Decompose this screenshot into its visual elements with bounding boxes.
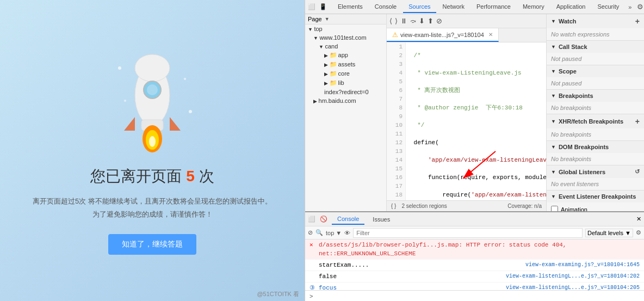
toolbar-icon-stepout[interactable]: ⬆ [428,17,434,25]
toolbar-icon-pause[interactable]: ⏸ [400,17,407,25]
folder-top-icon [308,26,314,32]
scope-label: Scope [559,68,577,75]
watch-section: ▼ Watch + No watch expressions [547,14,644,41]
folder-101test-icon [313,34,319,41]
scope-header[interactable]: ▼ Scope [547,65,644,77]
console-output-area[interactable]: ✕ d/assets/js/lib/browser-polyfi...js.ma… [305,239,644,290]
devtools-icon-inspect[interactable]: ⬜ [308,3,315,10]
tree-item-top[interactable]: top [305,24,386,33]
console-top-context[interactable]: top ▼ [326,230,342,236]
breakpoints-header[interactable]: ▼ Breakpoints [547,90,644,102]
tab-close-icon[interactable]: ✕ [488,32,493,38]
watch-header[interactable]: ▼ Watch + [547,14,644,28]
more-tabs-icon[interactable]: » [628,4,631,10]
code-lines: /* * view-exam-ListeningLeave.js * 离开次数视… [406,42,546,200]
svg-point-9 [149,136,156,147]
xhr-breakpoints-header[interactable]: ▼ XHR/fetch Breakpoints + [547,114,644,128]
tree-item-assets[interactable]: 📁assets [305,60,386,69]
folder-core-icon [324,70,330,77]
console-ban-icon[interactable]: ⊘ [308,229,313,236]
event-listener-label: Event Listener Breakpoints [559,193,636,200]
rocket-illustration [109,46,196,155]
console-line-startexam: startExam..... view-exam-examing.js?_v=1… [305,260,644,271]
console-startexam-source[interactable]: view-exam-examing.js?_v=180104:1645 [525,261,640,269]
console-close-icon[interactable]: ✕ [636,216,641,223]
xhr-add-icon[interactable]: + [635,117,640,126]
console-input-field[interactable] [315,292,640,299]
svg-point-10 [118,66,121,70]
global-listeners-section: ▼ Global Listeners ↺ No event listeners [547,165,644,191]
toolbar-icon-deactivate[interactable]: ⊘ [436,17,442,25]
watch-content: No watch expressions [547,28,644,40]
tree-item-app[interactable]: 📁app [305,51,386,60]
tree-item-lib[interactable]: 📁lib [305,78,386,88]
page-tab-arrow[interactable]: ▼ [325,16,330,22]
tab-sources[interactable]: Sources [403,1,436,13]
global-refresh-icon[interactable]: ↺ [635,168,640,175]
callstack-label: Call Stack [559,44,587,50]
console-startexam-text: startExam..... [319,261,520,269]
toolbar-icon-stepinto[interactable]: ⬇ [419,17,425,25]
toolbar-icon-prev[interactable]: ⟨ [389,17,392,25]
tree-item-core[interactable]: 📁core [305,69,386,78]
tree-item-cand[interactable]: cand [305,42,386,51]
svg-point-3 [147,84,158,95]
callstack-arrow-icon: ▼ [551,44,556,50]
editor-statusbar: { } 2 selection regions Coverage: n/a [387,200,546,211]
editor-tab-active[interactable]: ⚠ view-exam-liste...js?_v=180104 ✕ [387,28,499,42]
svg-marker-4 [124,117,135,131]
toolbar-icon-next[interactable]: ⟩ [395,17,398,25]
console-filter-icon[interactable]: 🔍 [315,229,323,236]
console-top-icon[interactable]: ⬜ [308,216,315,223]
console-filter-input[interactable] [353,228,583,238]
console-prompt-symbol: > [309,293,313,299]
event-listener-header[interactable]: ▼ Event Listener Breakpoints [547,191,644,202]
dom-breakpoints-section: ▼ DOM Breakpoints No breakpoints [547,141,644,165]
global-listeners-header[interactable]: ▼ Global Listeners ↺ [547,165,644,178]
svg-point-11 [184,78,186,80]
tab-network[interactable]: Network [437,1,470,13]
tree-item-baidu[interactable]: hm.baidu.com [305,96,386,105]
callstack-header[interactable]: ▼ Call Stack [547,41,644,53]
dom-content: No breakpoints [547,153,644,165]
tab-performance[interactable]: Performance [471,1,516,13]
tree-item-101test[interactable]: www.101test.com [305,33,386,42]
svg-point-1 [135,54,170,82]
checkbox-animation[interactable] [551,206,558,211]
tab-memory[interactable]: Memory [517,1,550,13]
code-area[interactable]: 12345 678910 1112131415 1617181920 21222… [387,42,546,200]
global-content: No event listeners [547,178,644,190]
subtitle-line1: 离开页面超过5次 将不能继续考试，且离开次数将会呈现在您的测试报告中。 [33,195,272,207]
folder-baidu-icon [313,97,319,104]
page-tab-label[interactable]: Page [308,16,322,22]
console-line-false: false view-exam-listeningL...e.js?_v=180… [305,271,644,282]
console-level-select[interactable]: Default levels ▼ [585,229,633,237]
devtools-icon-device[interactable]: 📱 [319,3,327,10]
tab-console[interactable]: Console [369,1,402,13]
console-header-bar: ⬜ 🚫 Console Issues ✕ [305,212,644,226]
info-icon-3: ③ [309,284,317,290]
console-false-source[interactable]: view-exam-listeningL...e.js?_v=180104:20… [506,272,640,281]
scope-content: Not paused [547,77,644,89]
tab-application[interactable]: Application [551,1,591,13]
console-focus-source[interactable]: view-exam-listeningL...e.js?_v=180104:20… [506,284,640,290]
console-eye-icon[interactable]: 👁 [344,230,350,236]
tree-item-index[interactable]: index?redirect=0 [305,88,386,96]
devtools-panel: ⬜ 📱 Elements Console Sources Network Per… [305,0,644,301]
settings-icon[interactable]: ⚙ [635,2,644,12]
tab-security[interactable]: Security [592,1,624,13]
toolbar-icon-stepover[interactable]: ⤼ [410,17,416,25]
console-clear-icon[interactable]: 🚫 [320,216,327,223]
tab-elements[interactable]: Elements [332,1,368,13]
breakpoints-arrow-icon: ▼ [551,93,556,99]
continue-button[interactable]: 知道了，继续答题 [108,234,196,255]
folder-lib-icon [324,79,330,86]
console-settings-icon[interactable]: ⚙ [636,229,641,236]
scope-section: ▼ Scope Not paused [547,65,644,90]
dom-breakpoints-header[interactable]: ▼ DOM Breakpoints [547,141,644,153]
checkbox-animation-label: Animation [561,206,587,212]
watch-add-icon[interactable]: + [635,17,640,26]
console-tab-issues[interactable]: Issues [367,214,395,224]
xhr-content: No breakpoints [547,128,644,140]
console-tab-console[interactable]: Console [332,214,364,225]
